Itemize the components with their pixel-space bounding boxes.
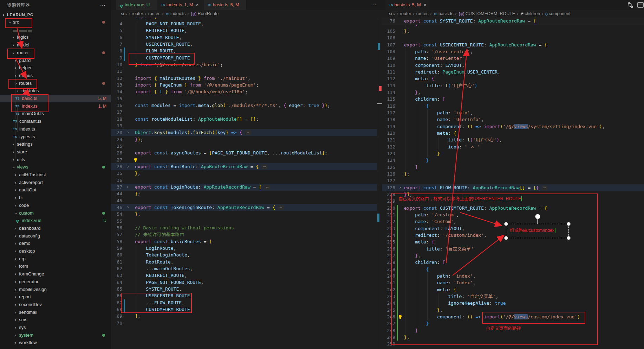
file-item-constant.ts[interactable]: TSconstant.ts — [0, 118, 111, 125]
code-line-57[interactable]: 57// 未经许可的基本路由 — [111, 231, 382, 238]
code-line-123[interactable]: 123 } — [382, 150, 644, 157]
code-line-122[interactable]: 122 icon: ' ㅅ ' — [382, 144, 644, 151]
code-line-236[interactable]: 236 title: '自定义菜单' — [382, 246, 644, 253]
code-line-11[interactable]: 11 — [111, 68, 382, 75]
code-line-16[interactable]: 16const modules = import.meta.glob('./mo… — [111, 102, 382, 109]
breadcrumb-item-index.ts[interactable]: TSindex.ts — [165, 11, 186, 16]
fold-chevron-icon[interactable]: › — [127, 184, 129, 190]
sidebar-item-modules[interactable]: ›modules — [0, 87, 111, 95]
code-line-9[interactable]: 9 CUSTOMFORM_ROUTE — [111, 55, 382, 62]
sidebar-item-formChange[interactable]: ›formChange — [0, 270, 111, 278]
sidebar-item-demo[interactable]: ›demo — [0, 240, 111, 247]
sticky-scroll-line[interactable]: 76export const SYSTEM_ROUTE: AppRouteRec… — [382, 18, 644, 25]
sidebar-item-bi[interactable]: ›bi — [0, 194, 111, 202]
fold-ellipsis[interactable]: ⋯ — [245, 130, 251, 135]
breadcrumb-item-src[interactable]: src — [121, 11, 127, 16]
code-line-3[interactable]: import { — [111, 18, 382, 20]
code-line-58[interactable]: 58export const basicRoutes = [ — [111, 238, 382, 245]
code-line-65[interactable]: 65 SYSTEM_ROUTE, — [111, 286, 382, 293]
code-line-62[interactable]: 62 ...mainOutRoutes, — [111, 265, 382, 272]
sidebar-item-utils[interactable]: ›utils — [0, 156, 111, 164]
file-item-basic.ts[interactable]: TSbasic.ts5, M — [0, 95, 111, 102]
annotation-note-compose-route[interactable]: 组成路由/custom/index — [506, 224, 569, 238]
tab-index.vue[interactable]: index.vueU — [116, 0, 157, 10]
sidebar-item-form[interactable]: ›form — [0, 262, 111, 270]
code-line-121[interactable]: 121 title: t('用户中心'), — [382, 137, 644, 144]
code-editor-index-ts[interactable]: import {4 PAGE_NOT_FOUND_ROUTE,5 REDIREC… — [111, 18, 382, 349]
code-line-244[interactable]: 244 ignoreKeepAlive: true — [382, 300, 644, 307]
code-line-113[interactable]: 113 title: t('用户中心') — [382, 82, 644, 89]
file-item-index.ts[interactable]: TSindex.ts1, M — [0, 102, 111, 110]
code-line-10[interactable]: 10} from '/@/router/routes/basic'; — [111, 61, 382, 68]
sidebar-item-logics[interactable]: ›logics — [0, 33, 111, 41]
code-line-69[interactable]: 69]; — [111, 313, 382, 320]
code-line-66[interactable]: 66 USERCENTER_ROUTE, — [111, 292, 382, 299]
sidebar-item-mobileDesign[interactable]: ›mobileDesign — [0, 286, 111, 293]
code-line-114[interactable]: 114 }, — [382, 89, 644, 96]
code-line-125[interactable]: 125 ] — [382, 164, 644, 171]
sidebar-item-dashboard[interactable]: ›dashboard — [0, 224, 111, 232]
sidebar-item-obscured[interactable] — [0, 26, 111, 34]
code-line-24[interactable]: 24}); — [111, 136, 382, 143]
code-line-67[interactable]: 67 ...FLOW_ROUTE, — [111, 299, 382, 306]
code-line-44[interactable]: 44}; — [111, 190, 382, 197]
split-editor-icon[interactable] — [637, 1, 644, 9]
sidebar-item-sms[interactable]: ›sms — [0, 316, 111, 324]
code-line-105[interactable]: 105}; — [382, 28, 644, 35]
sidebar-item-generator[interactable]: ›generator — [0, 278, 111, 286]
resize-handle[interactable] — [504, 222, 508, 226]
code-line-126[interactable]: 126}; — [382, 171, 644, 178]
tab-index.ts[interactable]: TSindex.ts1, M× — [157, 0, 204, 10]
code-line-243[interactable]: 243 title: '自定义菜单', — [382, 293, 644, 300]
code-line-249[interactable]: 249}; — [382, 334, 644, 341]
code-line-124[interactable]: 124 } — [382, 157, 644, 164]
sidebar-item-report[interactable]: ›report — [0, 293, 111, 301]
code-line-45[interactable]: 45 — [111, 197, 382, 204]
code-line-115[interactable]: 115 children: [ — [382, 96, 644, 103]
fold-chevron-icon[interactable]: › — [127, 163, 129, 170]
code-line-245[interactable]: 245 }, — [382, 307, 644, 314]
code-line-106[interactable]: 106 — [382, 34, 644, 42]
code-line-112[interactable]: 112 meta: { — [382, 75, 644, 82]
scrollbar[interactable] — [377, 18, 382, 349]
code-line-109[interactable]: 109 name: 'UserCenter', — [382, 55, 644, 62]
sidebar-item-src[interactable]: ›src — [0, 18, 111, 26]
tab-basic.ts[interactable]: TSbasic.ts5, M× — [385, 0, 430, 10]
code-line-19[interactable]: 19 — [111, 122, 382, 129]
sidebar-item-store[interactable]: ›store — [0, 148, 111, 156]
git-compare-icon[interactable] — [627, 1, 635, 9]
sidebar-item-code[interactable]: ›code — [0, 202, 111, 209]
file-item-mainOut.ts[interactable]: TSmainOut.ts — [0, 110, 111, 118]
breadcrumb-item-children[interactable]: children — [520, 11, 540, 16]
code-line-5[interactable]: 5 REDIRECT_ROUTE, — [111, 27, 382, 34]
code-line-37[interactable]: 37›export const LoginRoute: AppRouteReco… — [111, 184, 382, 191]
fold-ellipsis[interactable]: ⋯ — [278, 205, 284, 210]
code-line-7[interactable]: 7 USERCENTER_ROUTE, — [111, 41, 382, 48]
close-icon[interactable]: × — [424, 2, 427, 7]
sidebar-item-auditOpt[interactable]: ›auditOpt — [0, 186, 111, 194]
code-line-248[interactable]: 248 ] — [382, 327, 644, 334]
code-line-25[interactable]: 25 — [111, 143, 382, 150]
code-line-246[interactable]: 246 component: () => import('/@/views/cu… — [382, 313, 644, 321]
sidebar-item-secondDev[interactable]: ›secondDev — [0, 301, 111, 309]
code-line-14[interactable]: 14import { t } from '/@/hooks/web/useI18… — [111, 88, 382, 95]
code-line-231[interactable]: 231 path: '/custom', — [382, 211, 644, 218]
breadcrumb-item-router[interactable]: router — [400, 11, 411, 16]
sidebar-item-settings[interactable]: ›settings — [0, 140, 111, 148]
code-line-20[interactable]: 20›Object.keys(modules).forEach((key) =>… — [111, 129, 382, 136]
code-line-119[interactable]: 119 component: () => import('/@/views/sy… — [382, 123, 644, 130]
rotate-handle[interactable] — [535, 214, 540, 219]
breadcrumb-item-component[interactable]: ◇component — [545, 11, 570, 16]
sidebar-item-workflow[interactable]: ›workflow — [0, 339, 111, 347]
sidebar-item-menus[interactable]: ›menus — [0, 72, 111, 80]
code-line-13[interactable]: 13import { PageEnum } from '/@/enums/pag… — [111, 82, 382, 89]
code-line-120[interactable]: 120 meta: { — [382, 130, 644, 137]
fold-ellipsis[interactable]: ⋯ — [264, 185, 270, 190]
code-line-18[interactable]: 18const routeModuleList: AppRouteModule[… — [111, 116, 382, 123]
code-line-238[interactable]: 238 children: [ — [382, 259, 644, 266]
code-line-118[interactable]: 118 name: 'UserInfo', — [382, 116, 644, 123]
sidebar-item-erp[interactable]: ›erp — [0, 255, 111, 263]
code-line-240[interactable]: 240 path: 'index', — [382, 273, 644, 280]
file-item-index.ts[interactable]: TSindex.ts — [0, 125, 111, 133]
code-line-237[interactable]: 237 }, — [382, 252, 644, 259]
